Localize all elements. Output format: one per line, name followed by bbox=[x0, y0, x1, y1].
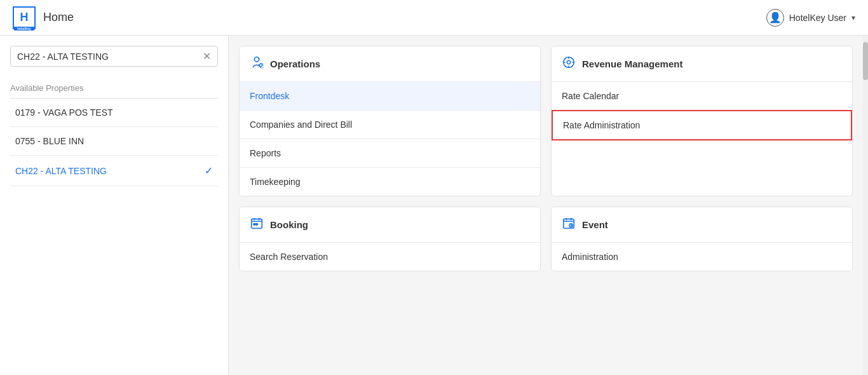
property-item[interactable]: 0755 - BLUE INN bbox=[10, 127, 218, 156]
booking-title: Booking bbox=[270, 219, 308, 230]
timekeeping-item[interactable]: Timekeeping bbox=[240, 167, 540, 196]
event-card: Event Administration bbox=[551, 207, 853, 271]
operations-title: Operations bbox=[270, 58, 320, 69]
property-search-input[interactable] bbox=[17, 51, 203, 62]
page-title: Home bbox=[43, 11, 74, 24]
rate-administration-item[interactable]: Rate Administration bbox=[552, 110, 852, 140]
logo-letter: H bbox=[20, 11, 29, 24]
revenue-card: Revenue Management Rate Calendar Rate Ad… bbox=[551, 46, 853, 196]
content-grid: Operations Frontdesk Companies and Direc… bbox=[229, 36, 863, 375]
main-container: ✕ Available Properties 0179 - VAGA POS T… bbox=[0, 36, 868, 375]
chevron-down-icon: ▾ bbox=[851, 13, 855, 22]
sidebar: ✕ Available Properties 0179 - VAGA POS T… bbox=[0, 36, 229, 375]
event-title: Event bbox=[582, 219, 608, 230]
booking-icon bbox=[250, 216, 264, 233]
frontdesk-item[interactable]: Frontdesk bbox=[240, 81, 540, 110]
booking-card-header: Booking bbox=[240, 207, 540, 242]
svg-point-9 bbox=[254, 223, 255, 225]
companies-direct-bill-item[interactable]: Companies and Direct Bill bbox=[240, 110, 540, 139]
clear-search-icon[interactable]: ✕ bbox=[203, 50, 211, 62]
header: H HotelKey Home 👤 HotelKey User ▾ bbox=[0, 0, 868, 36]
rate-calendar-item[interactable]: Rate Calendar bbox=[552, 81, 852, 110]
selected-check-icon: ✓ bbox=[205, 165, 213, 177]
property-search-box[interactable]: ✕ bbox=[10, 46, 218, 67]
username-label: HotelKey User bbox=[789, 13, 846, 23]
operations-card-header: Operations bbox=[240, 46, 540, 81]
svg-point-3 bbox=[567, 60, 571, 64]
revenue-title: Revenue Management bbox=[582, 58, 682, 69]
svg-point-0 bbox=[254, 57, 259, 62]
booking-card: Booking Search Reservation bbox=[239, 207, 541, 271]
available-properties-label: Available Properties bbox=[10, 77, 218, 99]
search-reservation-item[interactable]: Search Reservation bbox=[240, 242, 540, 271]
property-item[interactable]: 0179 - VAGA POS TEST bbox=[10, 99, 218, 127]
reports-item[interactable]: Reports bbox=[240, 139, 540, 167]
event-icon bbox=[562, 216, 576, 233]
logo: H HotelKey bbox=[13, 6, 36, 29]
svg-point-1 bbox=[259, 64, 262, 67]
operations-icon bbox=[250, 55, 264, 72]
revenue-icon bbox=[562, 55, 576, 72]
svg-line-14 bbox=[571, 226, 572, 226]
scrollbar-thumb[interactable] bbox=[863, 42, 868, 80]
header-left: H HotelKey Home bbox=[13, 6, 74, 29]
logo-badge: HotelKey bbox=[14, 27, 34, 31]
svg-point-10 bbox=[256, 223, 258, 225]
user-menu[interactable]: 👤 HotelKey User ▾ bbox=[766, 9, 855, 27]
scrollbar-track[interactable] bbox=[863, 36, 868, 375]
event-administration-item[interactable]: Administration bbox=[552, 242, 852, 271]
property-item-selected[interactable]: CH22 - ALTA TESTING ✓ bbox=[10, 156, 218, 186]
revenue-card-header: Revenue Management bbox=[552, 46, 852, 81]
event-card-header: Event bbox=[552, 207, 852, 242]
operations-card: Operations Frontdesk Companies and Direc… bbox=[239, 46, 541, 196]
user-avatar-icon: 👤 bbox=[766, 9, 784, 27]
